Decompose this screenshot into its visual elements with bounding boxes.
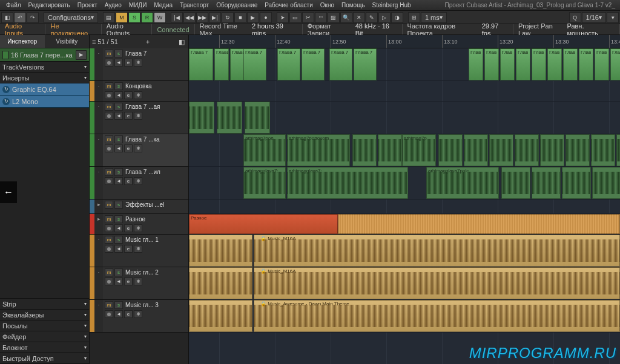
freeze-button[interactable]: ❄	[134, 224, 142, 232]
monitor-button[interactable]: ◄	[114, 145, 123, 152]
track-row[interactable]: ▸ m s Эффекты ...el	[90, 200, 188, 214]
edit-button[interactable]: e	[124, 112, 133, 120]
global-write[interactable]: W	[154, 12, 166, 23]
audio-out-label[interactable]: Audio Outputs	[102, 24, 153, 34]
stop[interactable]: ■	[234, 12, 246, 23]
track-row[interactable]: · m s Глава 7 ...ка ◄ e ❄	[90, 134, 188, 167]
audio-out-status[interactable]: Connected	[152, 24, 194, 34]
track-name[interactable]: Music гл... 2	[125, 269, 186, 276]
audio-clip[interactable]: Глав	[579, 48, 593, 80]
track-color[interactable]	[90, 81, 94, 101]
folder-clip[interactable]	[338, 214, 620, 234]
audio-clip[interactable]	[438, 134, 463, 166]
freeze-button[interactable]: ❄	[134, 177, 142, 185]
audio-clip[interactable]	[562, 167, 591, 199]
monitor-button[interactable]: ◄	[114, 278, 123, 285]
menu-hub[interactable]: Steinberg Hub	[369, 2, 415, 8]
arrangement[interactable]: Глава 7Глава 7Глава 7Глава 7Глава 7Глава…	[189, 48, 620, 364]
edit-button[interactable]: e	[124, 245, 133, 253]
audio-clip[interactable]: 🔒 Music_Awesome - Dawn Main Theme	[254, 300, 620, 332]
track-name[interactable]: Глава 7 ...ка	[125, 136, 186, 143]
freeze-button[interactable]: ❄	[134, 245, 142, 253]
menu-midi[interactable]: МИДИ	[125, 2, 150, 8]
record-enable[interactable]	[105, 91, 113, 99]
power-icon[interactable]: ↻	[2, 98, 10, 105]
section-notepad[interactable]: Блокнот▾	[0, 342, 89, 353]
menu-devices[interactable]: Оборудование	[213, 2, 261, 8]
solo-button[interactable]: s	[114, 135, 123, 143]
record-enable[interactable]	[105, 112, 113, 120]
pan-law[interactable]: Project Pan LawРавн. мощность	[513, 24, 620, 34]
mute-button[interactable]: m	[105, 268, 113, 276]
folder-icon[interactable]: ·	[94, 134, 103, 166]
tab-inspector[interactable]: Инспектор	[0, 35, 45, 48]
tool-range[interactable]: ▭	[289, 12, 302, 23]
track-color[interactable]	[90, 300, 94, 332]
folder-icon[interactable]: ·	[94, 267, 103, 299]
folder-clip[interactable]: Разное	[189, 214, 338, 234]
audio-clip[interactable]	[189, 235, 252, 267]
menu-workspaces[interactable]: Рабочие области	[261, 2, 317, 8]
mute-button[interactable]: m	[105, 215, 113, 223]
audio-clip[interactable]	[189, 102, 214, 134]
monitor-button[interactable]: ◄	[114, 177, 123, 185]
audio-clip[interactable]	[489, 134, 513, 166]
automation-mode[interactable]: ▤	[103, 12, 115, 23]
audio-clip[interactable]	[591, 134, 615, 166]
history-undo[interactable]: ↶	[14, 12, 26, 23]
track-row[interactable]: · m s Music гл... 2 ◄ e ❄	[90, 267, 188, 300]
audio-clip[interactable]	[378, 134, 402, 166]
insert-slot-2[interactable]: ↻L2 Mono	[0, 96, 89, 108]
folder-icon[interactable]: ·	[94, 167, 103, 199]
audio-clip[interactable]: Глав	[610, 48, 620, 80]
audio-clip[interactable]: Глава 7	[354, 48, 377, 80]
section-quick[interactable]: Быстрый Доступ▾	[0, 353, 89, 364]
mute-button[interactable]: m	[105, 168, 113, 176]
menu-file[interactable]: Файл	[2, 2, 25, 8]
forward[interactable]: ▶▶	[196, 12, 208, 23]
audio-clip[interactable]: Глав	[532, 48, 546, 80]
audio-clip[interactable]: Глав	[500, 48, 515, 80]
record-enable[interactable]	[105, 177, 113, 185]
track-row[interactable]: · m s Глава 7 ◄ e ❄	[90, 48, 188, 81]
audio-in-label[interactable]: Audio Inputs	[0, 24, 45, 34]
mute-button[interactable]: m	[105, 301, 113, 309]
audio-clip[interactable]	[352, 134, 377, 166]
audio-clip[interactable]: Глава 7	[277, 48, 300, 80]
audio-clip[interactable]: arhimagglava7:	[243, 167, 286, 199]
audio-clip[interactable]	[515, 134, 539, 166]
audio-clip[interactable]	[189, 267, 252, 299]
track-row[interactable]: · m s Music гл... 3 ◄ e ❄	[90, 300, 188, 333]
config-dropdown[interactable]: Configurations ▾	[44, 12, 98, 23]
edit-button[interactable]: e	[124, 177, 133, 185]
solo-button[interactable]: s	[114, 301, 123, 309]
track-color[interactable]	[90, 48, 94, 80]
solo-button[interactable]: s	[114, 168, 123, 176]
tool-split[interactable]: ✂	[302, 12, 314, 23]
audio-clip[interactable]: 🔒 Music_M16A	[254, 267, 620, 299]
tool-color[interactable]: ◑	[391, 12, 403, 23]
edit-button[interactable]: e	[124, 310, 133, 318]
track-name[interactable]: Концовка	[125, 83, 186, 89]
mute-button[interactable]: m	[105, 103, 113, 111]
audio-clip[interactable]: Глав	[484, 48, 499, 80]
folder-icon[interactable]: ▸	[94, 214, 103, 234]
monitor-button[interactable]: ◄	[114, 245, 123, 253]
freeze-button[interactable]: ❄	[134, 59, 142, 67]
prev-marker[interactable]: |◀	[171, 12, 183, 23]
next-marker[interactable]: ▶|	[209, 12, 221, 23]
solo-button[interactable]: s	[114, 215, 123, 223]
menu-window[interactable]: Окно	[317, 2, 338, 8]
edit-button[interactable]: e	[124, 91, 133, 99]
audio-clip[interactable]: Глава 7	[230, 48, 245, 80]
audio-clip[interactable]	[501, 167, 530, 199]
track-row[interactable]: · m s Music гл... 1 ◄ e ❄	[90, 235, 188, 267]
freeze-button[interactable]: ❄	[134, 112, 142, 120]
folder-icon[interactable]: ▸	[94, 200, 103, 213]
track-color[interactable]	[90, 200, 94, 213]
global-read[interactable]: R	[141, 12, 153, 23]
tool-draw[interactable]: ✎	[366, 12, 378, 23]
add-track-button[interactable]: +	[143, 38, 152, 45]
mute-button[interactable]: m	[105, 135, 113, 143]
timeline-area[interactable]: 12:3012:4012:5013:0013:1013:2013:3013:40…	[189, 35, 620, 364]
